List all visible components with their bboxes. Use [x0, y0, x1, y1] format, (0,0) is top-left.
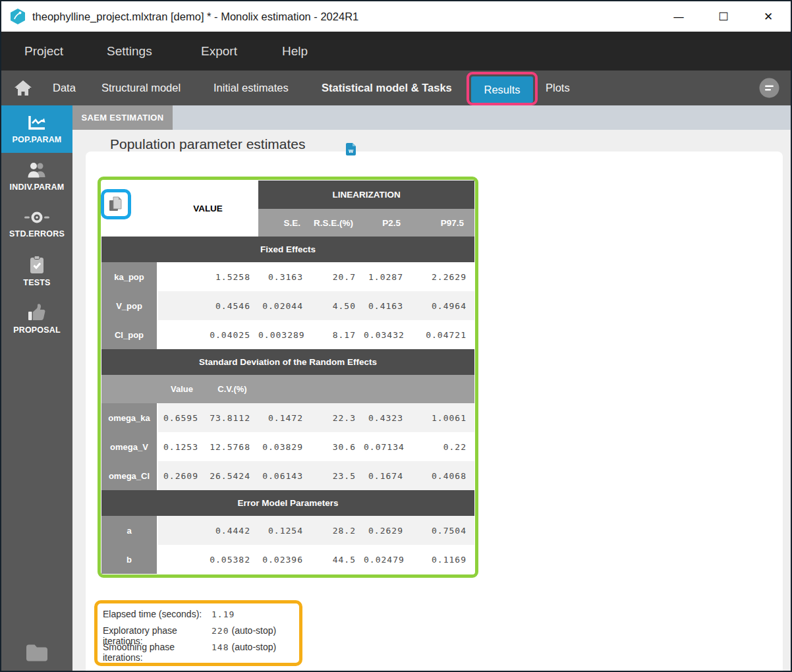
home-icon[interactable]	[14, 80, 32, 96]
table-row: b0.053820.0239644.50.024790.1169	[101, 545, 474, 574]
menu-project[interactable]: Project	[24, 32, 63, 70]
line-chart-icon	[27, 115, 47, 131]
cell-se: 0.02396	[258, 545, 311, 574]
tab-plots[interactable]: Plots	[546, 70, 570, 105]
sub-col-header: C.V.(%)	[206, 375, 258, 403]
tab-data[interactable]: Data	[53, 70, 76, 105]
run-summary-box: Elapsed time (seconds): 1.19 Exploratory…	[94, 600, 302, 666]
cell-p25: 0.4163	[364, 291, 411, 320]
sidebar-item-pop-param[interactable]: POP.PARAM	[1, 105, 72, 153]
sidebar-item-label: PROPOSAL	[13, 325, 61, 335]
menu-help[interactable]: Help	[282, 32, 308, 70]
cell-rse: 44.5	[311, 545, 364, 574]
tab-initial-estimates[interactable]: Initial estimates	[213, 70, 289, 105]
tab-results[interactable]: Results	[471, 76, 533, 103]
table-row: V_pop0.45460.020444.500.41630.4964	[101, 291, 474, 320]
monolix-logo-icon	[9, 8, 26, 25]
cell-value: 0.05382	[157, 545, 258, 574]
cell-se: 0.02044	[258, 291, 311, 320]
title-bar: theophylline_project.mlxtran [demo] * - …	[1, 1, 791, 32]
summary-value: 1.19	[212, 609, 235, 619]
window-title: theophylline_project.mlxtran [demo] * - …	[32, 11, 358, 23]
table-row: ka_pop1.52580.316320.71.02872.2629	[101, 262, 474, 291]
cell-se: 0.1472	[258, 403, 311, 432]
value-cv-subheader-row: ValueC.V.(%)	[101, 375, 474, 403]
sidebar-item-proposal[interactable]: PROPOSAL	[1, 295, 72, 343]
col-header-p25: P2.5	[364, 209, 411, 237]
app-body: POP.PARAM INDIV.PARAM	[1, 105, 791, 671]
summary-row: Exploratory phase iterations: 220 (auto-…	[103, 625, 299, 642]
tab-saem-estimation[interactable]: SAEM ESTIMATION	[72, 105, 173, 130]
project-folder-button[interactable]	[1, 643, 72, 661]
copy-table-button[interactable]	[101, 189, 131, 219]
cell-value: 0.1253	[157, 432, 206, 461]
section-title: Standard Deviation of the Random Effects	[101, 349, 474, 375]
cell-se: 0.06143	[258, 461, 311, 490]
annotation-table-highlight: VALUE LINEARIZATION S.E. R.S.E.(%) P2.5 …	[98, 177, 478, 578]
menu-bar: Project Settings Export Help	[1, 32, 791, 70]
monolix-window: theophylline_project.mlxtran [demo] * - …	[0, 0, 792, 672]
section-header-row: Error Model Parameters	[101, 490, 474, 516]
row-label: ka_pop	[101, 262, 157, 291]
row-label: a	[101, 516, 157, 545]
sidebar-item-tests[interactable]: TESTS	[1, 248, 72, 295]
pop-param-table-body: Fixed Effectska_pop1.52580.316320.71.028…	[101, 237, 474, 574]
people-icon	[26, 161, 47, 179]
col-header-se: S.E.	[258, 209, 311, 237]
summary-value: 220	[212, 626, 229, 636]
minimize-button[interactable]: —	[656, 1, 701, 32]
row-label: omega_ka	[101, 403, 157, 432]
folder-icon	[25, 643, 49, 661]
maximize-button[interactable]: ☐	[701, 1, 746, 32]
cell-p25: 0.1674	[364, 461, 411, 490]
summary-suffix: (auto-stop)	[231, 642, 276, 652]
cell-p25: 0.2629	[364, 516, 411, 545]
cell-se: 0.03829	[258, 432, 311, 461]
cell-se: 0.3163	[258, 262, 311, 291]
cell-cv: 12.5768	[206, 432, 258, 461]
page-title: Population parameter estimates	[110, 136, 306, 152]
cell-value: 1.5258	[157, 262, 258, 291]
summary-suffix: (auto-stop)	[231, 625, 276, 636]
cell-p25: 0.07134	[364, 432, 411, 461]
word-doc-icon[interactable]: w	[345, 142, 356, 156]
table-row: omega_V0.125312.57680.0382930.60.071340.…	[101, 432, 474, 461]
cell-p975: 1.0061	[411, 403, 474, 432]
sidebar-item-indiv-param[interactable]: INDIV.PARAM	[1, 153, 72, 200]
svg-text:w: w	[348, 148, 354, 154]
sidebar-item-std-errors[interactable]: STD.ERRORS	[1, 200, 72, 248]
menu-settings[interactable]: Settings	[107, 32, 152, 70]
close-button[interactable]: ✕	[746, 1, 791, 32]
menu-export[interactable]: Export	[201, 32, 237, 70]
pop-param-table: VALUE LINEARIZATION S.E. R.S.E.(%) P2.5 …	[101, 181, 474, 574]
table-row: Cl_pop0.040250.0032898.170.034320.04721	[101, 320, 474, 349]
cell-rse: 20.7	[311, 262, 364, 291]
sidebar-item-label: TESTS	[23, 278, 50, 287]
cell-se: 0.003289	[258, 320, 311, 349]
cell-cv: 73.8112	[206, 403, 258, 432]
cell-se: 0.1254	[258, 516, 311, 545]
col-header-linearization: LINEARIZATION	[258, 181, 474, 209]
cell-p975: 0.4068	[411, 461, 474, 490]
cell-rse: 4.50	[311, 291, 364, 320]
task-tab-strip: SAEM ESTIMATION	[72, 105, 791, 130]
table-row: a0.44420.125428.20.26290.7504	[101, 516, 474, 545]
tab-structural-model[interactable]: Structural model	[101, 70, 181, 105]
cell-p975: 0.4964	[411, 291, 474, 320]
cell-value: 0.6595	[157, 403, 206, 432]
clipboard-check-icon	[29, 256, 45, 274]
cell-cv: 26.5424	[206, 461, 258, 490]
section-header-row: Fixed Effects	[101, 237, 474, 262]
row-label: omega_Cl	[101, 461, 157, 490]
cell-rse: 8.17	[311, 320, 364, 349]
row-label: b	[101, 545, 157, 574]
cell-p25: 1.0287	[364, 262, 411, 291]
feedback-bubble-icon[interactable]	[758, 77, 780, 99]
cell-rse: 28.2	[311, 516, 364, 545]
cell-p25: 0.03432	[364, 320, 411, 349]
cell-value: 0.2609	[157, 461, 206, 490]
cell-p975: 0.04721	[411, 320, 474, 349]
col-header-p975: P97.5	[411, 209, 474, 237]
tab-statistical-model-tasks[interactable]: Statistical model & Tasks	[322, 70, 452, 105]
cell-value: 0.4442	[157, 516, 258, 545]
